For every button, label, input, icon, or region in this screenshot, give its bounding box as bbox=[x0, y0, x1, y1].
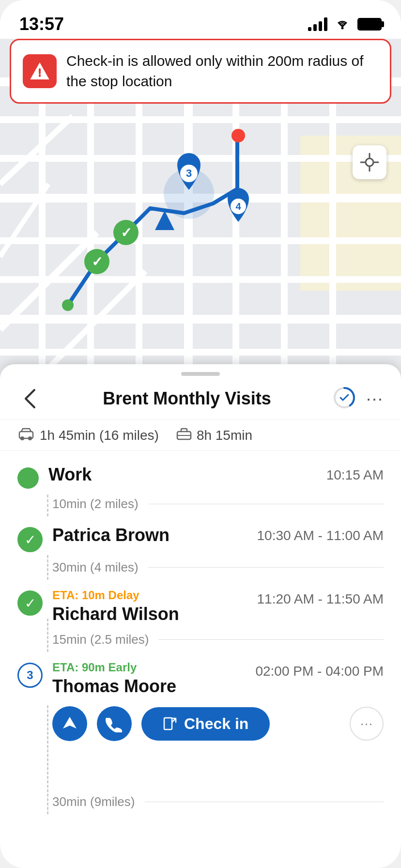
stop-list: Work 10:15 AM 10min (2 miles) ✓ Patric bbox=[0, 451, 401, 868]
stop-time-richard: 11:20 AM - 11:50 AM bbox=[257, 591, 384, 607]
stop-item-thomas: 3 ETA: 90m Early Thomas Moore 02:00 PM -… bbox=[17, 647, 384, 809]
svg-text:✓: ✓ bbox=[92, 254, 103, 269]
svg-point-43 bbox=[28, 436, 32, 440]
distance-1: 10min (2 miles) bbox=[52, 496, 139, 512]
eta-label-richard: ETA: 10m Delay bbox=[52, 589, 257, 602]
distance-row-3: 15min (2.5 miles) bbox=[17, 624, 384, 647]
location-button[interactable] bbox=[353, 145, 386, 179]
distance-line-3 bbox=[158, 639, 384, 640]
bottom-sheet: Brent Monthly Visits ··· bbox=[0, 364, 401, 868]
svg-point-0 bbox=[341, 27, 344, 29]
distance-line-1 bbox=[148, 504, 384, 504]
svg-point-34 bbox=[366, 158, 373, 166]
drive-stat: 1h 45min (16 miles) bbox=[17, 427, 159, 444]
stop-row-4: 3 ETA: 90m Early Thomas Moore 02:00 PM -… bbox=[17, 661, 384, 697]
stop-name-richard: Richard Wilson bbox=[52, 604, 179, 624]
distance-row-1: 10min (2 miles) bbox=[17, 489, 384, 512]
svg-rect-9 bbox=[0, 315, 401, 324]
stop-name-work: Work bbox=[48, 465, 92, 484]
call-button[interactable] bbox=[97, 706, 132, 741]
status-time: 13:57 bbox=[19, 14, 64, 34]
svg-point-32 bbox=[231, 129, 245, 142]
stop-time-thomas: 02:00 PM - 04:00 PM bbox=[255, 664, 384, 679]
more-options-button[interactable]: ··· bbox=[366, 390, 384, 407]
stop-left: Work bbox=[17, 465, 326, 489]
check-in-label: Check in bbox=[184, 715, 248, 733]
work-time: 8h 15min bbox=[197, 428, 252, 443]
stop-more-button[interactable]: ··· bbox=[350, 707, 384, 741]
stop-number-thomas: 3 bbox=[27, 668, 33, 682]
stop-name-thomas: Thomas Moore bbox=[52, 676, 176, 696]
stop-time-patrica: 10:30 AM - 11:00 AM bbox=[257, 528, 384, 543]
svg-rect-8 bbox=[0, 276, 401, 283]
svg-text:✓: ✓ bbox=[121, 225, 132, 240]
status-bar: 13:57 bbox=[0, 0, 401, 39]
distance-row-2: 30min (4 miles) bbox=[17, 552, 384, 575]
dashed-line-4 bbox=[47, 705, 48, 814]
checkmark-icon-patrica: ✓ bbox=[25, 532, 36, 548]
svg-rect-4 bbox=[0, 116, 401, 123]
stop-left-4: 3 ETA: 90m Early Thomas Moore bbox=[17, 661, 255, 697]
alert-banner: Check-in is allowed only within 200m rad… bbox=[10, 39, 391, 104]
work-stat: 8h 15min bbox=[176, 427, 252, 444]
signal-icon bbox=[308, 17, 327, 31]
stop-item-work: Work 10:15 AM 10min (2 miles) bbox=[17, 451, 384, 512]
stop-item-patrica: ✓ Patrica Brown 10:30 AM - 11:00 AM 30mi… bbox=[17, 512, 384, 575]
battery-icon bbox=[357, 18, 382, 31]
briefcase-icon bbox=[176, 427, 192, 444]
check-in-button[interactable]: Check in bbox=[141, 707, 270, 741]
stop-item-richard: ✓ ETA: 10m Delay Richard Wilson 11:20 AM… bbox=[17, 575, 384, 647]
action-row-thomas: Check in ··· bbox=[17, 697, 384, 746]
alert-icon bbox=[23, 54, 57, 88]
alert-message: Check-in is allowed only within 200m rad… bbox=[66, 51, 378, 92]
drive-time: 1h 45min (16 miles) bbox=[40, 428, 159, 443]
svg-marker-46 bbox=[63, 717, 77, 728]
svg-rect-5 bbox=[0, 155, 401, 162]
svg-point-42 bbox=[20, 436, 24, 440]
stop-left-3: ✓ ETA: 10m Delay Richard Wilson bbox=[17, 589, 257, 624]
svg-text:3: 3 bbox=[186, 167, 192, 179]
route-title: Brent Monthly Visits bbox=[103, 388, 271, 409]
distance-line-2 bbox=[148, 567, 384, 568]
stop-left-2: ✓ Patrica Brown bbox=[17, 525, 257, 552]
sheet-header: Brent Monthly Visits ··· bbox=[0, 376, 401, 420]
car-icon bbox=[17, 427, 35, 444]
stop-info-work: Work bbox=[48, 465, 326, 485]
svg-rect-47 bbox=[164, 718, 172, 729]
header-actions: ··· bbox=[332, 386, 384, 412]
distance-3: 15min (2.5 miles) bbox=[52, 632, 149, 647]
stop-marker-work bbox=[17, 467, 39, 489]
svg-text:4: 4 bbox=[235, 201, 241, 212]
svg-rect-7 bbox=[0, 237, 401, 244]
stop-marker-patrica: ✓ bbox=[17, 527, 43, 552]
stop-info-richard: ETA: 10m Delay Richard Wilson bbox=[52, 589, 257, 624]
stop-row: Work 10:15 AM bbox=[17, 465, 384, 489]
stop-info-patrica: Patrica Brown bbox=[52, 525, 257, 545]
sheet-handle bbox=[181, 372, 220, 376]
wifi-icon bbox=[334, 16, 351, 33]
stop-marker-richard: ✓ bbox=[17, 590, 43, 616]
distance-4: 30min (9miles) bbox=[52, 794, 135, 809]
stats-row: 1h 45min (16 miles) 8h 15min bbox=[0, 420, 401, 451]
stop-info-thomas: ETA: 90m Early Thomas Moore bbox=[52, 661, 255, 697]
stop-name-patrica: Patrica Brown bbox=[52, 525, 170, 545]
distance-line-4 bbox=[145, 802, 384, 802]
checkmark-icon-richard: ✓ bbox=[25, 595, 36, 611]
stop-marker-thomas: 3 bbox=[17, 663, 43, 688]
eta-label-thomas: ETA: 90m Early bbox=[52, 661, 255, 674]
stop-row-3: ✓ ETA: 10m Delay Richard Wilson 11:20 AM… bbox=[17, 589, 384, 624]
stop-time-work: 10:15 AM bbox=[326, 467, 384, 483]
stop-row-2: ✓ Patrica Brown 10:30 AM - 11:00 AM bbox=[17, 525, 384, 552]
svg-point-33 bbox=[62, 299, 74, 311]
distance-row-4: 30min (9miles) bbox=[17, 746, 384, 809]
distance-2: 30min (4 miles) bbox=[52, 560, 139, 575]
back-button[interactable] bbox=[17, 387, 42, 411]
status-icons bbox=[308, 16, 382, 33]
progress-circle-button[interactable] bbox=[332, 386, 356, 412]
navigate-button[interactable] bbox=[52, 706, 87, 741]
